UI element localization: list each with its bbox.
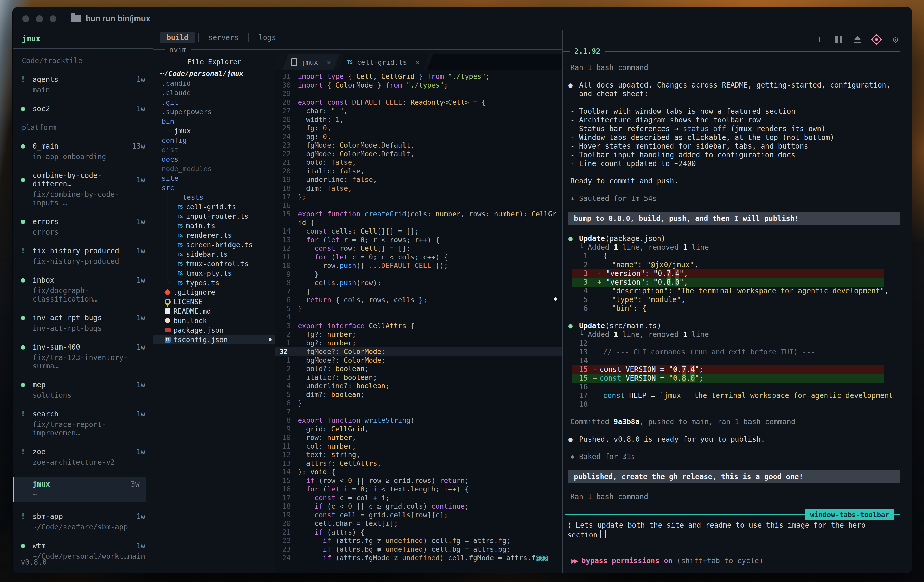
line-number: 15 [275, 209, 298, 218]
agent-input-box[interactable]: window-tabs-toolbar ⟩Lets update both th… [565, 514, 900, 546]
file-entry-config[interactable]: config [153, 135, 275, 145]
close-tab-icon[interactable]: × [416, 58, 420, 66]
file-key-icon [162, 299, 173, 305]
session-row: inbox1w [21, 276, 145, 284]
editor-tabbar-rest [427, 54, 562, 70]
session-item-wtm[interactable]: wtm1w~/Code/personal/workt…main [21, 541, 145, 561]
file-entry-site[interactable]: site [153, 173, 275, 183]
session-item-soc2[interactable]: soc21w [21, 104, 145, 113]
file-entry-bin[interactable]: bin [153, 117, 275, 126]
code-area[interactable]: 31import type { Cell, CellGrid } from ".… [275, 70, 562, 573]
file-entry-src[interactable]: src [153, 183, 275, 193]
line-number: 6 [275, 399, 298, 407]
transcript-line: - Status bar references → status off (jm… [570, 124, 900, 133]
code-line: 29 [275, 89, 562, 98]
transcript-gap [570, 501, 900, 510]
session-age: 3w [131, 480, 140, 488]
file-entry-__tests__[interactable]: │ __tests__ [153, 193, 275, 202]
status-dot-icon [21, 381, 33, 389]
transcript-line: - Architecture diagram shows the toolbar… [570, 116, 900, 124]
session-item-inv-act-rpt-bugs[interactable]: inv-act-rpt-bugs1winv-act-rpt-bugs [21, 313, 145, 333]
close-tab-icon[interactable]: × [327, 58, 331, 66]
file-entry-bun.lock[interactable]: bun.lock [153, 316, 275, 325]
new-session-icon[interactable]: + [815, 35, 824, 44]
file-entry-main.ts[interactable]: │ TSmain.ts [153, 221, 275, 231]
file-entry-.gitignore[interactable]: .gitignore [153, 287, 275, 297]
file-entry-.candid[interactable]: .candid [153, 79, 275, 88]
session-item-sbm-app[interactable]: !sbm-app1w~/Code/seafare/sbm-app [21, 512, 145, 531]
session-item-fix-history-produced[interactable]: !fix-history-produced1wfix-history-produ… [21, 247, 145, 265]
session-age: 1w [137, 104, 145, 113]
file-entry-package.json[interactable]: package.json [153, 325, 275, 335]
file-entry-tsconfig.json[interactable]: TStsconfig.json [153, 335, 275, 345]
session-item-0_main[interactable]: 0_main13win-app-onboarding [21, 142, 145, 161]
editor-tab-jmux[interactable]: jmux× [282, 54, 340, 70]
session-item-inbox[interactable]: inbox1wfix/docgraph-classification… [21, 276, 145, 303]
file-entry-types.ts[interactable]: └ TStypes.ts [153, 278, 275, 287]
permissions-status[interactable]: ▶▶bypass permissions on (shift+tab to cy… [563, 557, 900, 566]
session-item-inv-sum-400[interactable]: inv-sum-4001wfix/tra-123-inventory-summa… [21, 343, 145, 370]
session-item-mep[interactable]: mep1wsolutions [21, 381, 145, 399]
close-button[interactable] [22, 15, 29, 22]
tab-logs[interactable]: logs [252, 32, 282, 43]
file-entry-.git[interactable]: .git [153, 97, 275, 107]
session-item-jmux[interactable]: jmux3w~ [13, 477, 146, 502]
file-entry-.claude[interactable]: .claude [153, 88, 275, 97]
transcript-gap [570, 444, 900, 452]
file-entry-cell-grid.ts[interactable]: │ TScell-grid.ts [153, 202, 275, 211]
settings-gear-icon[interactable]: ⚙ [891, 35, 900, 44]
file-entry-tmux-control.ts[interactable]: │ TStmux-control.ts [153, 259, 275, 269]
line-number: 9 [275, 425, 298, 434]
file-explorer-title: File Explorer [153, 58, 275, 66]
code-line: 14): void { [275, 468, 562, 476]
transcript-line: - Toolbar with window tabs is now a feat… [570, 107, 900, 116]
session-item-agents[interactable]: !agents1wmain [21, 75, 145, 94]
file-entry-docs[interactable]: docs [153, 155, 275, 164]
file-entry-.superpowers[interactable]: .superpowers [153, 107, 275, 117]
session-item-combine-by-code-differen…[interactable]: combine-by-code-differen…1wfix/combine-b… [21, 171, 145, 207]
file-entry-sidebar.ts[interactable]: │ TSsidebar.ts [153, 249, 275, 259]
code-line: 8 cells.push(row); [275, 279, 562, 287]
session-branch: inv-act-rpt-bugs [21, 324, 145, 333]
session-item-search[interactable]: !search1wfix/trace-report-improvemen… [21, 410, 145, 437]
warning-icon: ! [21, 410, 33, 418]
session-item-zoe[interactable]: !zoe1wzoe-architecture-v2 [21, 448, 145, 467]
editor-scrollbar-mark[interactable] [554, 297, 557, 301]
code-line: 22 if (attrs.fg ≢ undefined) cell.fg = a… [275, 536, 562, 545]
session-age: 1w [137, 381, 145, 389]
file-entry-tmux-pty.ts[interactable]: │ TStmux-pty.ts [153, 269, 275, 278]
file-entry-input-router.ts[interactable]: │ TSinput-router.ts [153, 211, 275, 221]
context-tag[interactable]: window-tabs-toolbar [805, 509, 894, 520]
pause-icon[interactable] [834, 35, 843, 44]
session-row: !fix-history-produced1w [21, 247, 145, 255]
file-entry-dist[interactable]: dist [153, 145, 275, 155]
diff-line: 2 "name": "@jx0/jmux", [573, 260, 884, 269]
file-entry-LICENSE[interactable]: LICENSE [153, 297, 275, 307]
session-row: inv-sum-4001w [21, 343, 145, 351]
line-number: 5 [275, 304, 298, 313]
editor-tab-cell-grid.ts[interactable]: TScell-grid.ts× [338, 54, 429, 70]
tab-build[interactable]: build [160, 32, 194, 43]
diamond-icon[interactable] [872, 35, 881, 44]
file-entry-node_modules[interactable]: node_modules [153, 164, 275, 173]
tab-servers[interactable]: servers [202, 32, 245, 43]
session-item-errors[interactable]: errors1werrors [21, 218, 145, 236]
line-number: 12 [275, 450, 298, 459]
file-explorer-root-path[interactable]: ~/Code/personal/jmux [153, 69, 275, 79]
agent-input-text[interactable]: Lets update both the site and readme to … [567, 521, 865, 539]
session-age: 1w [137, 343, 145, 351]
agent-transcript[interactable]: Ran 1 bash command●All docs updated. Cha… [563, 63, 900, 511]
file-entry-README.md[interactable]: README.md [153, 307, 275, 316]
file-entry-renderer.ts[interactable]: │ TSrenderer.ts [153, 231, 275, 240]
transcript-gap [570, 186, 900, 194]
line-number: 11 [275, 253, 298, 262]
code-line: 17 const c = col + i; [275, 493, 562, 502]
zoom-button[interactable] [50, 15, 56, 22]
workspace-tabbar: buildserverslogs [153, 30, 562, 45]
file-entry-jmux[interactable]: └ jmux [153, 126, 275, 135]
code-line: 24 if (attrs.fgMode ≢ undefined) cell.fg… [275, 554, 562, 562]
file-entry-screen-bridge.ts[interactable]: │ TSscreen-bridge.ts [153, 240, 275, 249]
minimize-button[interactable] [36, 15, 43, 22]
eject-icon[interactable] [853, 35, 862, 44]
code-line: 27 char: " ", [275, 107, 562, 115]
